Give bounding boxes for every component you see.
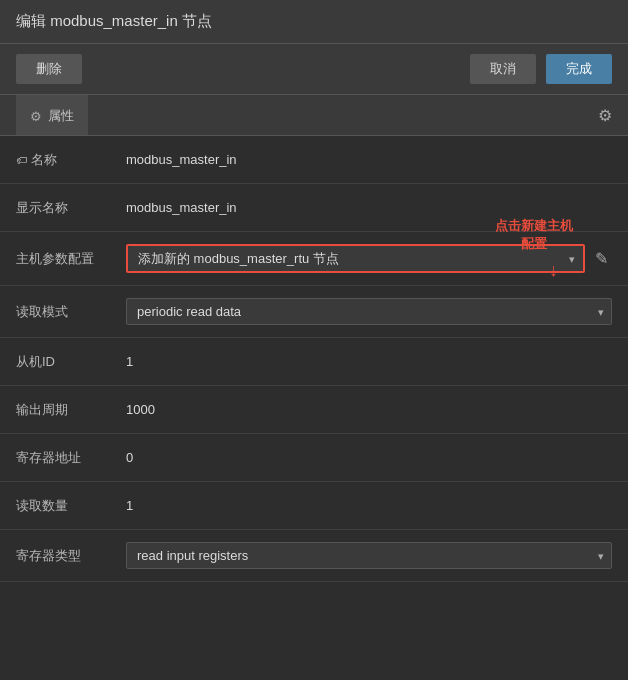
tabs: ⚙ 属性 ⚙ [0,95,628,136]
tab-properties[interactable]: ⚙ 属性 [16,95,88,135]
label-read-count: 读取数量 [16,497,126,515]
output-cycle-input[interactable] [126,402,612,417]
register-type-select[interactable]: read input registers read coils read dis… [126,542,612,569]
form-row-output-cycle: 输出周期 [0,386,628,434]
display-name-input[interactable] [126,200,612,215]
form-row-register-addr: 寄存器地址 [0,434,628,482]
register-addr-input[interactable] [126,450,612,465]
done-button[interactable]: 完成 [546,54,612,84]
host-select-area: 添加新的 modbus_master_rtu 节点 ▾ ✎ [126,244,612,273]
tab-gear-icon: ⚙ [30,109,42,124]
host-select-container: 添加新的 modbus_master_rtu 节点 ▾ [126,244,585,273]
label-register-addr: 寄存器地址 [16,449,126,467]
label-name: 🏷 名称 [16,151,126,169]
name-input[interactable] [126,152,612,167]
label-display-name: 显示名称 [16,199,126,217]
tag-icon: 🏷 [16,154,27,166]
value-read-count[interactable] [126,498,612,513]
label-host-config: 主机参数配置 [16,250,126,268]
delete-button[interactable]: 删除 [16,54,82,84]
read-mode-select[interactable]: periodic read data [126,298,612,325]
label-slave-id: 从机ID [16,353,126,371]
tab-label: 属性 [48,107,74,125]
toolbar: 删除 取消 完成 [0,44,628,95]
form-row-register-type: 寄存器类型 read input registers read coils re… [0,530,628,582]
form-container: 🏷 名称 显示名称 主机参数配置 添加新的 modbus_master_rtu … [0,136,628,582]
label-output-cycle: 输出周期 [16,401,126,419]
read-count-input[interactable] [126,498,612,513]
form-row-host-config: 主机参数配置 添加新的 modbus_master_rtu 节点 ▾ ✎ 点击新… [0,232,628,286]
cancel-button[interactable]: 取消 [470,54,536,84]
form-row-name: 🏷 名称 [0,136,628,184]
value-display-name[interactable] [126,200,612,215]
title-bar: 编辑 modbus_master_in 节点 [0,0,628,44]
label-read-mode: 读取模式 [16,303,126,321]
value-output-cycle[interactable] [126,402,612,417]
value-name[interactable] [126,152,612,167]
form-row-read-mode: 读取模式 periodic read data ▾ [0,286,628,338]
register-type-select-wrapper: read input registers read coils read dis… [126,542,612,569]
label-register-type: 寄存器类型 [16,547,126,565]
form-row-slave-id: 从机ID [0,338,628,386]
value-register-addr[interactable] [126,450,612,465]
read-mode-select-wrapper: periodic read data ▾ [126,298,612,325]
title-text: 编辑 modbus_master_in 节点 [16,12,212,29]
value-slave-id[interactable] [126,354,612,369]
form-row-read-count: 读取数量 [0,482,628,530]
settings-icon[interactable]: ⚙ [598,106,612,125]
slave-id-input[interactable] [126,354,612,369]
form-row-display-name: 显示名称 [0,184,628,232]
edit-icon[interactable]: ✎ [591,247,612,270]
host-config-select[interactable]: 添加新的 modbus_master_rtu 节点 [128,246,583,271]
